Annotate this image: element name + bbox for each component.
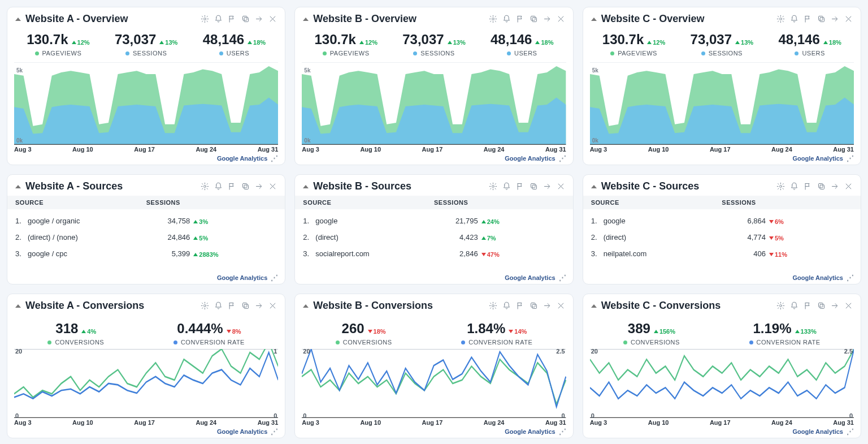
flag-icon[interactable] [228, 301, 236, 310]
copy-icon[interactable] [241, 301, 250, 310]
collapse-caret-icon[interactable] [591, 185, 597, 188]
flag-icon[interactable] [516, 182, 524, 191]
source-row[interactable]: 1. google 6,864 6% [591, 213, 853, 229]
close-icon[interactable] [844, 15, 853, 23]
source-label[interactable]: Google Analytics [793, 428, 843, 435]
source-label[interactable]: Google Analytics [505, 274, 555, 281]
share-arrow-icon[interactable] [831, 15, 839, 23]
collapse-caret-icon[interactable] [591, 304, 597, 308]
copy-icon[interactable] [817, 182, 826, 191]
flag-icon[interactable] [804, 182, 812, 191]
share-arrow-icon[interactable] [255, 182, 263, 191]
gear-icon[interactable] [776, 301, 785, 310]
gear-icon[interactable] [201, 182, 209, 191]
resize-grip-icon[interactable]: ⋰ [271, 427, 277, 436]
collapse-caret-icon[interactable] [15, 304, 21, 308]
close-icon[interactable] [557, 182, 565, 191]
close-icon[interactable] [268, 15, 277, 23]
stat-users: 48,146 18% USERS [778, 32, 841, 57]
delta: 7% [481, 235, 496, 242]
collapse-caret-icon[interactable] [303, 304, 309, 308]
card-title: Website B - Conversions [313, 300, 433, 312]
copy-icon[interactable] [530, 15, 538, 23]
share-arrow-icon[interactable] [543, 15, 552, 23]
svg-rect-19 [820, 185, 824, 189]
bell-icon[interactable] [790, 182, 798, 191]
svg-rect-32 [820, 304, 824, 309]
gear-icon[interactable] [201, 15, 209, 23]
copy-icon[interactable] [241, 15, 250, 23]
flag-icon[interactable] [228, 182, 236, 191]
share-arrow-icon[interactable] [255, 15, 263, 23]
source-label[interactable]: Google Analytics [505, 428, 555, 435]
resize-grip-icon[interactable]: ⋰ [847, 154, 853, 162]
flag-icon[interactable] [516, 301, 524, 310]
source-row[interactable]: 2. (direct) 4,423 7% [303, 229, 565, 245]
collapse-caret-icon[interactable] [591, 18, 597, 21]
bell-icon[interactable] [790, 301, 798, 310]
flag-icon[interactable] [228, 15, 236, 23]
collapse-caret-icon[interactable] [303, 18, 309, 21]
card-title: Website B - Sources [313, 180, 411, 192]
copy-icon[interactable] [817, 301, 826, 310]
gear-icon[interactable] [201, 301, 209, 310]
gear-icon[interactable] [489, 15, 497, 23]
conversions-line-chart [590, 349, 854, 418]
resize-grip-icon[interactable]: ⋰ [847, 273, 853, 282]
resize-grip-icon[interactable]: ⋰ [559, 273, 565, 282]
share-arrow-icon[interactable] [543, 182, 552, 191]
gear-icon[interactable] [489, 301, 497, 310]
source-label[interactable]: Google Analytics [793, 274, 843, 281]
resize-grip-icon[interactable]: ⋰ [847, 427, 853, 436]
share-arrow-icon[interactable] [543, 301, 552, 310]
gear-icon[interactable] [776, 15, 785, 23]
bell-icon[interactable] [214, 15, 223, 23]
copy-icon[interactable] [817, 15, 826, 23]
source-label[interactable]: Google Analytics [217, 274, 267, 281]
copy-icon[interactable] [530, 182, 538, 191]
close-icon[interactable] [844, 182, 853, 191]
close-icon[interactable] [844, 301, 853, 310]
source-row[interactable]: 2. (direct) 4,774 5% [591, 229, 853, 245]
resize-grip-icon[interactable]: ⋰ [559, 427, 565, 436]
delta: 156% [654, 328, 675, 335]
bell-icon[interactable] [502, 301, 511, 310]
resize-grip-icon[interactable]: ⋰ [559, 154, 565, 162]
flag-icon[interactable] [804, 15, 812, 23]
source-row[interactable]: 3. google / cpc 5,399 2883% [15, 245, 277, 262]
resize-grip-icon[interactable]: ⋰ [271, 154, 277, 162]
source-label[interactable]: Google Analytics [793, 155, 843, 162]
collapse-caret-icon[interactable] [15, 18, 21, 21]
share-arrow-icon[interactable] [831, 182, 839, 191]
source-row[interactable]: 2. (direct) / (none) 24,846 5% [15, 229, 277, 245]
share-arrow-icon[interactable] [255, 301, 263, 310]
source-label[interactable]: Google Analytics [505, 155, 555, 162]
close-icon[interactable] [268, 182, 277, 191]
source-row[interactable]: 3. neilpatel.com 406 11% [591, 245, 853, 262]
source-row[interactable]: 3. socialreport.com 2,846 47% [303, 245, 565, 262]
source-row[interactable]: 1. google / organic 34,758 3% [15, 213, 277, 229]
close-icon[interactable] [268, 301, 277, 310]
bell-icon[interactable] [214, 182, 223, 191]
gear-icon[interactable] [489, 182, 497, 191]
bell-icon[interactable] [502, 15, 511, 23]
share-arrow-icon[interactable] [831, 301, 839, 310]
gear-icon[interactable] [776, 182, 785, 191]
collapse-caret-icon[interactable] [15, 185, 21, 188]
source-label[interactable]: Google Analytics [217, 155, 267, 162]
flag-icon[interactable] [516, 15, 524, 23]
flag-icon[interactable] [804, 301, 812, 310]
delta: 13% [735, 39, 753, 46]
close-icon[interactable] [557, 15, 565, 23]
bell-icon[interactable] [502, 182, 511, 191]
source-row[interactable]: 1. google 21,795 24% [303, 213, 565, 229]
source-label[interactable]: Google Analytics [217, 428, 267, 435]
resize-grip-icon[interactable]: ⋰ [271, 273, 277, 282]
bell-icon[interactable] [214, 301, 223, 310]
bell-icon[interactable] [790, 15, 798, 23]
copy-icon[interactable] [241, 182, 250, 191]
conversions-line-chart [14, 349, 278, 418]
collapse-caret-icon[interactable] [303, 185, 309, 188]
close-icon[interactable] [557, 301, 565, 310]
copy-icon[interactable] [530, 301, 538, 310]
